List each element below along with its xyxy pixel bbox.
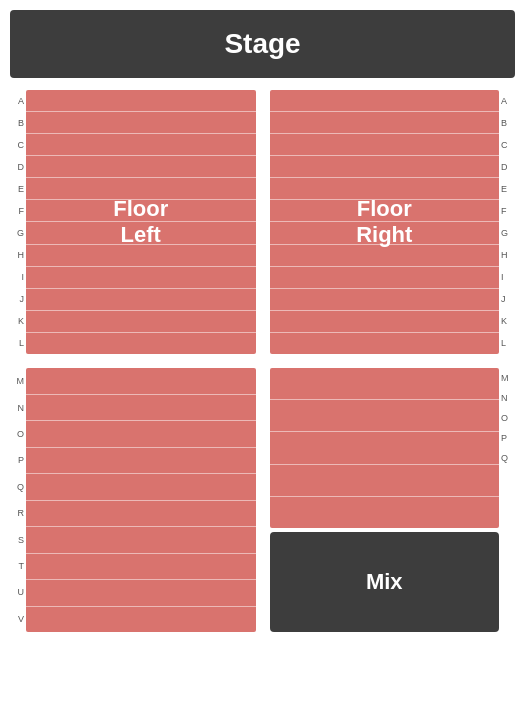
row-label-f-right: F bbox=[499, 201, 515, 221]
row-label-e-left: E bbox=[10, 179, 26, 199]
floor-right-rows bbox=[270, 90, 500, 354]
seat-row[interactable] bbox=[270, 156, 500, 178]
seat-row[interactable] bbox=[26, 580, 256, 607]
seat-row[interactable] bbox=[270, 465, 500, 497]
floor-left-rows bbox=[26, 90, 256, 354]
seat-row[interactable] bbox=[270, 311, 500, 333]
floor-right-section[interactable]: FloorRight bbox=[270, 90, 500, 354]
seat-row[interactable] bbox=[270, 112, 500, 134]
seat-row[interactable] bbox=[26, 607, 256, 633]
seat-row[interactable] bbox=[26, 395, 256, 422]
seat-row[interactable] bbox=[26, 200, 256, 222]
seat-row[interactable] bbox=[26, 289, 256, 311]
row-label-h-right: H bbox=[499, 245, 515, 265]
seat-row[interactable] bbox=[270, 90, 500, 112]
row-label-j-right: J bbox=[499, 289, 515, 309]
mix-section[interactable]: Mix bbox=[270, 532, 500, 632]
row-label-a-left: A bbox=[10, 91, 26, 111]
row-label-i-right: I bbox=[499, 267, 515, 287]
seat-row[interactable] bbox=[270, 245, 500, 267]
row-labels-left-bottom: M N O P Q R S T U V bbox=[10, 368, 26, 632]
seat-row[interactable] bbox=[26, 501, 256, 528]
row-labels-right-top: A B C D E F G H I J K L bbox=[499, 90, 515, 354]
row-label-m-left: M bbox=[10, 371, 26, 391]
floor-right-bottom-section[interactable] bbox=[270, 368, 500, 528]
seat-row[interactable] bbox=[26, 448, 256, 475]
seat-row[interactable] bbox=[26, 368, 256, 395]
row-label-g-left: G bbox=[10, 223, 26, 243]
seat-row[interactable] bbox=[270, 497, 500, 528]
seat-row[interactable] bbox=[26, 421, 256, 448]
row-label-v-left: V bbox=[10, 609, 26, 629]
row-label-c-right: C bbox=[499, 135, 515, 155]
floor-left-section[interactable]: FloorLeft bbox=[26, 90, 256, 354]
seat-row[interactable] bbox=[270, 432, 500, 464]
row-label-n-right: N bbox=[499, 388, 515, 408]
row-label-o-left: O bbox=[10, 424, 26, 444]
seat-row[interactable] bbox=[26, 554, 256, 581]
seat-row[interactable] bbox=[26, 474, 256, 501]
seat-row[interactable] bbox=[26, 333, 256, 354]
mix-label: Mix bbox=[366, 569, 403, 595]
row-label-q-left: Q bbox=[10, 477, 26, 497]
row-label-o-right: O bbox=[499, 408, 515, 428]
seat-row[interactable] bbox=[26, 156, 256, 178]
floor-left-bottom-rows bbox=[26, 368, 256, 632]
seat-row[interactable] bbox=[270, 222, 500, 244]
seat-row[interactable] bbox=[270, 267, 500, 289]
row-label-r-left: R bbox=[10, 503, 26, 523]
row-label-l-left: L bbox=[10, 333, 26, 353]
seat-row[interactable] bbox=[26, 311, 256, 333]
seat-row[interactable] bbox=[270, 333, 500, 354]
seat-row[interactable] bbox=[270, 289, 500, 311]
row-label-n-left: N bbox=[10, 398, 26, 418]
row-label-k-right: K bbox=[499, 311, 515, 331]
row-label-c-left: C bbox=[10, 135, 26, 155]
bottom-sections: M N O P Q R S T U V bbox=[10, 368, 515, 632]
seat-row[interactable] bbox=[270, 134, 500, 156]
right-bottom-area: Mix bbox=[270, 368, 500, 632]
stage-label: Stage bbox=[10, 10, 515, 78]
seat-row[interactable] bbox=[26, 134, 256, 156]
row-label-d-right: D bbox=[499, 157, 515, 177]
floor-right-bottom-rows bbox=[270, 368, 500, 528]
seat-row[interactable] bbox=[26, 90, 256, 112]
seat-row[interactable] bbox=[270, 200, 500, 222]
row-label-p-right: P bbox=[499, 428, 515, 448]
row-label-e-right: E bbox=[499, 179, 515, 199]
venue-map: Stage A B C D E F G H I J K L bbox=[0, 0, 525, 702]
seat-row[interactable] bbox=[270, 178, 500, 200]
row-label-f-left: F bbox=[10, 201, 26, 221]
row-labels-right-bottom: M N O P Q bbox=[499, 368, 515, 632]
seat-row[interactable] bbox=[26, 222, 256, 244]
row-label-j-left: J bbox=[10, 289, 26, 309]
row-label-t-left: T bbox=[10, 556, 26, 576]
row-label-a-right: A bbox=[499, 91, 515, 111]
row-label-l-right: L bbox=[499, 333, 515, 353]
seat-row[interactable] bbox=[26, 112, 256, 134]
row-label-s-left: S bbox=[10, 530, 26, 550]
row-label-b-right: B bbox=[499, 113, 515, 133]
seat-row[interactable] bbox=[270, 400, 500, 432]
row-label-q-right: Q bbox=[499, 448, 515, 468]
row-label-i-left: I bbox=[10, 267, 26, 287]
seat-row[interactable] bbox=[270, 368, 500, 400]
seat-row[interactable] bbox=[26, 267, 256, 289]
row-label-d-left: D bbox=[10, 157, 26, 177]
row-label-g-right: G bbox=[499, 223, 515, 243]
floor-left-bottom-section[interactable] bbox=[26, 368, 256, 632]
top-sections: A B C D E F G H I J K L bbox=[10, 90, 515, 354]
seat-row[interactable] bbox=[26, 178, 256, 200]
seat-row[interactable] bbox=[26, 527, 256, 554]
row-label-h-left: H bbox=[10, 245, 26, 265]
row-labels-left-top: A B C D E F G H I J K L bbox=[10, 90, 26, 354]
row-label-p-left: P bbox=[10, 450, 26, 470]
row-label-k-left: K bbox=[10, 311, 26, 331]
seat-row[interactable] bbox=[26, 245, 256, 267]
row-label-b-left: B bbox=[10, 113, 26, 133]
row-label-u-left: U bbox=[10, 582, 26, 602]
row-label-m-right: M bbox=[499, 368, 515, 388]
